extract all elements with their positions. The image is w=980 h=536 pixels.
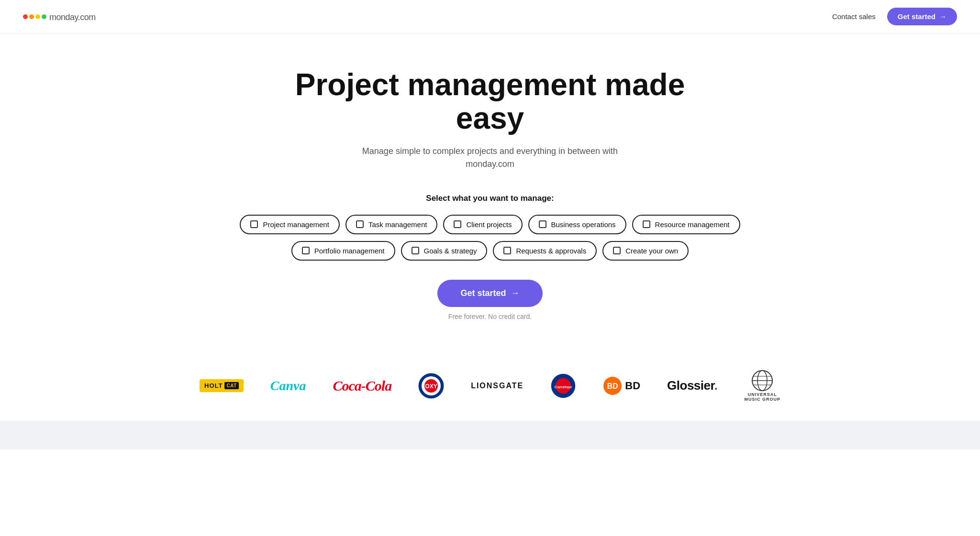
arrow-icon-main: → bbox=[511, 288, 520, 298]
checkbox-business-operations bbox=[539, 220, 546, 228]
dot-green bbox=[42, 14, 46, 19]
logo-bd: BD BD bbox=[603, 376, 640, 395]
header-right: Contact sales Get started → bbox=[832, 8, 957, 25]
chip-task-management[interactable]: Task management bbox=[345, 215, 438, 234]
get-started-main-button[interactable]: Get started → bbox=[437, 280, 542, 307]
logo-text: monday.com bbox=[49, 11, 96, 23]
footer-bar bbox=[0, 421, 980, 449]
universal-icon bbox=[752, 370, 773, 391]
chips-row-1: Project management Task management Clien… bbox=[240, 215, 740, 234]
chip-requests-approvals[interactable]: Requests & approvals bbox=[493, 241, 597, 261]
logo-lionsgate: LIONSGATE bbox=[471, 382, 523, 390]
hero-section: Project management made easy Manage simp… bbox=[0, 33, 980, 343]
chip-client-projects[interactable]: Client projects bbox=[443, 215, 522, 234]
chip-resource-management[interactable]: Resource management bbox=[632, 215, 740, 234]
chips-row-2: Portfolio management Goals & strategy Re… bbox=[291, 241, 689, 261]
arrow-icon: → bbox=[939, 12, 947, 21]
checkbox-requests-approvals bbox=[503, 247, 511, 254]
chip-portfolio-management[interactable]: Portfolio management bbox=[291, 241, 395, 261]
contact-sales-link[interactable]: Contact sales bbox=[832, 12, 876, 21]
checkbox-portfolio-management bbox=[302, 247, 310, 254]
free-note: Free forever. No credit card. bbox=[448, 313, 532, 320]
chip-project-management[interactable]: Project management bbox=[240, 215, 339, 234]
chips-container: Project management Task management Clien… bbox=[240, 215, 740, 261]
svg-text:OXY: OXY bbox=[425, 383, 437, 390]
checkbox-task-management bbox=[356, 220, 364, 228]
chip-create-your-own[interactable]: Create your own bbox=[602, 241, 689, 261]
checkbox-resource-management bbox=[643, 220, 650, 228]
get-started-nav-button[interactable]: Get started → bbox=[887, 8, 957, 25]
dot-yellow bbox=[35, 14, 40, 19]
logo-carrefour: Carrefour bbox=[550, 373, 576, 399]
logo-coca-cola: Coca-Cola bbox=[333, 378, 391, 394]
header: monday.com Contact sales Get started → bbox=[0, 0, 980, 33]
logo-dots bbox=[23, 14, 46, 19]
checkbox-create-your-own bbox=[613, 247, 621, 254]
oxy-icon: OXY bbox=[418, 373, 444, 399]
checkbox-client-projects bbox=[454, 220, 461, 228]
logo-canva: Canva bbox=[270, 378, 306, 394]
dot-orange bbox=[29, 14, 34, 19]
carrefour-icon: Carrefour bbox=[550, 373, 576, 399]
logo: monday.com bbox=[23, 11, 96, 23]
logo-holt-cat: HOLT CAT bbox=[200, 379, 244, 392]
select-label: Select what you want to manage: bbox=[426, 194, 554, 203]
chip-business-operations[interactable]: Business operations bbox=[528, 215, 626, 234]
logo-oxy: OXY bbox=[418, 373, 444, 399]
hero-title: Project management made easy bbox=[275, 68, 705, 135]
checkbox-project-management bbox=[250, 220, 258, 228]
logo-glossier: Glossier. bbox=[667, 378, 717, 393]
logos-section: HOLT CAT Canva Coca-Cola OXY LIONSGATE C… bbox=[0, 343, 980, 421]
svg-text:BD: BD bbox=[607, 382, 618, 390]
cta-section: Get started → Free forever. No credit ca… bbox=[437, 280, 542, 320]
bd-icon: BD bbox=[603, 376, 622, 395]
checkbox-goals-strategy bbox=[412, 247, 419, 254]
dot-red bbox=[23, 14, 28, 19]
chip-goals-strategy[interactable]: Goals & strategy bbox=[401, 241, 488, 261]
hero-subtitle: Manage simple to complex projects and ev… bbox=[342, 145, 638, 171]
svg-text:Carrefour: Carrefour bbox=[555, 384, 573, 389]
logo-universal: UNIVERSALMUSIC GROUP bbox=[744, 370, 780, 402]
